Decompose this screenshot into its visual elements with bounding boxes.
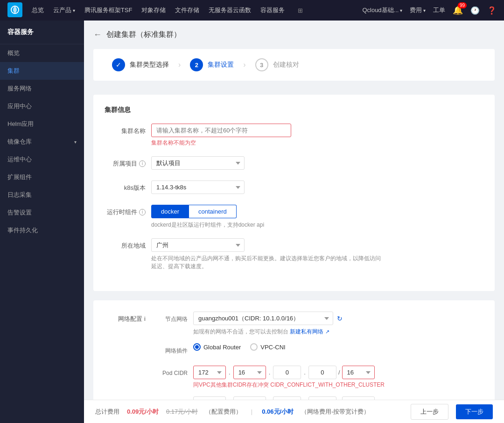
sidebar-item-helm[interactable]: Helm应用 <box>0 115 84 133</box>
step-1-label: 集群类型选择 <box>130 61 169 69</box>
region-control: 广州 处在不同地域的云产品内网不通，购买后不能更换。建议选择靠近您客户的地域，以… <box>151 238 385 270</box>
nav-object-storage[interactable]: 对象存储 <box>141 6 166 14</box>
nav-billing[interactable]: 费用 <box>410 6 426 14</box>
step-1: ✓ 集群类型选择 <box>112 58 169 71</box>
region-select[interactable]: 广州 <box>151 238 245 252</box>
help-icon[interactable]: ❓ <box>487 6 497 15</box>
sidebar: 容器服务 概览 集群 服务网络 应用中心 Helm应用 镜像仓库 ▾ 运维中心 … <box>0 21 84 423</box>
region-hint: 处在不同地域的云产品内网不通，购买后不能更换。建议选择靠近您客户的地域，以降低访… <box>151 255 385 270</box>
nav-more-icon[interactable]: ⊞ <box>298 7 303 14</box>
back-step-button[interactable]: 上一步 <box>411 404 448 420</box>
node-network-select[interactable]: guangzhou001（CIDR: 10.1.0.0/16） <box>193 312 333 325</box>
pod-cidr-third-input[interactable]: 0 <box>273 366 301 379</box>
k8s-version-select[interactable]: 1.14.3-tk8s <box>151 180 245 194</box>
radio-global-router-label: Global Router <box>203 344 241 351</box>
runtime-control: docker containerd dockerd是社区版运行时组件，支持doc… <box>151 205 385 229</box>
cluster-info-title: 集群信息 <box>105 106 483 114</box>
project-select-wrapper: 默认项目 <box>151 156 245 170</box>
sidebar-item-registry[interactable]: 镜像仓库 ▾ <box>0 133 84 151</box>
nav-qcloud[interactable]: Qcloud基础... <box>362 6 402 14</box>
nav-tsf[interactable]: 腾讯服务框架TSF <box>84 6 133 14</box>
runtime-info-icon[interactable]: i <box>139 209 146 215</box>
notification-bell[interactable]: 🔔 99 <box>453 5 463 15</box>
bottom-bar: 总计费用 0.09元/小时 0.17元/小时 （配置费用） | 0.06元/小时… <box>84 400 504 423</box>
network-info-icon[interactable]: i <box>144 312 146 326</box>
refresh-network-icon[interactable]: ↻ <box>337 315 343 322</box>
nav-tools[interactable]: 工单 <box>433 6 445 14</box>
cost-separator: | <box>251 408 252 415</box>
cost-original: 0.17元/小时 <box>166 408 198 416</box>
top-nav: 总览 云产品 腾讯服务框架TSF 对象存储 文件存储 无服务器云函数 容器服务 … <box>0 0 504 21</box>
sidebar-item-extensions[interactable]: 扩展组件 <box>0 168 84 186</box>
nav-cloud-products[interactable]: 云产品 <box>53 6 75 14</box>
node-network-hint: 如现有的网络不合适，您可以去控制台 新建私有网络 ↗ <box>193 328 343 336</box>
next-step-button[interactable]: 下一步 <box>456 404 493 419</box>
cluster-info-card: 集群信息 集群名称 集群名称不能为空 所属项目 i 默认项目 <box>93 95 495 291</box>
step-2-circle: 2 <box>190 58 203 71</box>
cluster-name-error: 集群名称不能为空 <box>151 139 385 147</box>
project-info-icon[interactable]: i <box>139 160 146 167</box>
cluster-name-row: 集群名称 集群名称不能为空 <box>105 124 483 147</box>
pod-cidr-fifth-select-wrapper: 16 <box>342 366 375 379</box>
page-title: 创建集群（标准集群） <box>106 30 181 40</box>
pod-cidr-second-select-wrapper: 16 <box>233 366 266 379</box>
runtime-label: 运行时组件 i <box>105 205 151 220</box>
back-button[interactable]: ← <box>93 30 102 40</box>
runtime-toggle-group: docker containerd <box>151 205 385 218</box>
radio-vpc-cni[interactable]: VPC-CNI <box>250 343 285 351</box>
step-3-circle: 3 <box>255 58 268 71</box>
sidebar-item-cluster[interactable]: 集群 <box>0 62 84 80</box>
pod-cidr-second-select[interactable]: 16 <box>233 366 266 379</box>
sidebar-label-alarm: 告警设置 <box>7 208 32 217</box>
network-plugin-control: Global Router VPC-CNI <box>193 343 286 351</box>
radio-global-router[interactable]: Global Router <box>193 343 241 351</box>
pod-cidr-fifth-select[interactable]: 16 <box>342 366 375 379</box>
sidebar-item-app-center[interactable]: 应用中心 <box>0 97 84 115</box>
cluster-name-input[interactable] <box>151 124 291 137</box>
cost-config-label: （配置费用） <box>205 408 242 416</box>
sidebar-label-cluster: 集群 <box>7 67 20 75</box>
k8s-version-row: k8s版本 1.14.3-tk8s <box>105 180 483 195</box>
sidebar-label-overview: 概览 <box>7 49 20 57</box>
sidebar-label-events: 事件持久化 <box>7 226 38 235</box>
radio-vpc-cni-label: VPC-CNI <box>260 344 285 351</box>
cluster-name-control: 集群名称不能为空 <box>151 124 385 147</box>
cost-label: 总计费用 <box>95 408 119 416</box>
pod-cidr-fourth-input[interactable]: 0 <box>308 366 336 379</box>
sidebar-item-overview[interactable]: 概览 <box>0 44 84 62</box>
network-plugin-row: 网络插件 Global Router VPC-CNI <box>151 343 483 358</box>
sidebar-item-ops[interactable]: 运维中心 <box>0 151 84 168</box>
step-2-label: 集群设置 <box>208 61 234 69</box>
right-nav: Qcloud基础... 费用 工单 🔔 99 🕐 ❓ <box>362 5 497 15</box>
runtime-docker-btn[interactable]: docker <box>151 205 189 218</box>
sidebar-label-extensions: 扩展组件 <box>7 173 32 181</box>
nav-container-service[interactable]: 容器服务 <box>260 6 285 14</box>
sidebar-item-alarm[interactable]: 告警设置 <box>0 204 84 222</box>
pod-cidr-first-select[interactable]: 172 <box>193 366 226 379</box>
node-network-select-wrapper: guangzhou001（CIDR: 10.1.0.0/16） <box>193 312 333 325</box>
pod-cidr-inputs: 172 . 16 . 0 . 0 <box>193 366 385 379</box>
create-vpc-link[interactable]: 新建私有网络 <box>290 328 323 335</box>
sidebar-item-service-network[interactable]: 服务网络 <box>0 80 84 97</box>
sidebar-label-log: 日志采集 <box>7 191 32 199</box>
radio-global-router-circle <box>193 343 201 351</box>
sidebar-label-app-center: 应用中心 <box>7 102 32 111</box>
nav-serverless[interactable]: 无服务器云函数 <box>209 6 251 14</box>
sidebar-service-title: 容器服务 <box>0 21 84 44</box>
project-select[interactable]: 默认项目 <box>151 156 245 170</box>
sidebar-item-log[interactable]: 日志采集 <box>0 186 84 204</box>
node-network-control: guangzhou001（CIDR: 10.1.0.0/16） ↻ 如现有的网络… <box>193 312 343 336</box>
sidebar-item-events[interactable]: 事件持久化 <box>0 222 84 239</box>
runtime-containerd-btn[interactable]: containerd <box>189 205 237 218</box>
k8s-version-label: k8s版本 <box>105 180 151 195</box>
cidr-dot-2: . <box>268 369 272 376</box>
radio-vpc-cni-circle <box>250 343 258 351</box>
nav-overview[interactable]: 总览 <box>32 6 44 14</box>
nav-file-storage[interactable]: 文件存储 <box>175 6 199 14</box>
sidebar-label-registry: 镜像仓库 <box>7 138 32 146</box>
project-control: 默认项目 <box>151 156 385 170</box>
step-3: 3 创建核对 <box>255 58 299 71</box>
region-row: 所在地域 广州 处在不同地域的云产品内网不通，购买后不能更换。建议选择靠近您客户… <box>105 238 483 270</box>
clock-icon[interactable]: 🕐 <box>470 6 480 15</box>
runtime-hint: dockerd是社区版运行时组件，支持docker api <box>151 221 385 229</box>
